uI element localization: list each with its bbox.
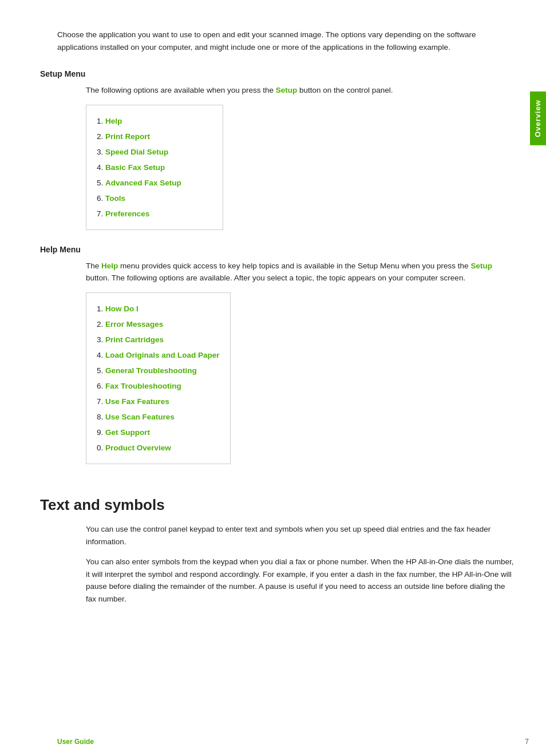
setup-menu-item-6: 6. Tools — [97, 191, 212, 206]
help-item-faxtrouble-link[interactable]: Fax Troubleshooting — [105, 382, 181, 390]
setup-menu-heading: Setup Menu — [40, 69, 517, 78]
help-menu-item-9: 9. Get Support — [97, 425, 220, 440]
help-menu-intro: The Help menu provides quick access to k… — [86, 260, 517, 284]
help-menu-box: 1. How Do I 2. Error Messages 3. Print C… — [86, 292, 231, 464]
help-menu-item-6: 6. Fax Troubleshooting — [97, 378, 220, 394]
help-menu-section: Help Menu The Help menu provides quick a… — [57, 245, 517, 479]
help-menu-heading: Help Menu — [40, 245, 517, 254]
help-desc-before: The — [86, 262, 101, 270]
intro-paragraph: Choose the application you want to use t… — [57, 29, 517, 53]
sidebar-tab-label: Overview — [533, 100, 542, 137]
help-item-overview-link[interactable]: Product Overview — [105, 444, 171, 452]
footer-user-guide: User Guide — [57, 738, 94, 746]
setup-menu-box: 1. Help 2. Print Report 3. Speed Dial Se… — [86, 105, 223, 230]
setup-menu-item-1: 1. Help — [97, 113, 212, 129]
main-content: Choose the application you want to use t… — [57, 0, 517, 636]
setup-menu-item-5: 5. Advanced Fax Setup — [97, 175, 212, 191]
help-menu-item-8: 8. Use Scan Features — [97, 409, 220, 425]
setup-item-basic-fax-link[interactable]: Basic Fax Setup — [105, 163, 165, 172]
setup-item-preferences-link[interactable]: Preferences — [105, 209, 149, 218]
setup-menu-item-4: 4. Basic Fax Setup — [97, 160, 212, 175]
setup-menu-intro: The following options are available when… — [86, 84, 517, 97]
setup-item-help-link[interactable]: Help — [105, 117, 122, 125]
help-menu-item-7: 7. Use Fax Features — [97, 394, 220, 409]
help-desc-middle: menu provides quick access to key help t… — [118, 262, 470, 270]
help-item-load-link[interactable]: Load Originals and Load Paper — [105, 351, 220, 359]
help-menu-item-2: 2. Error Messages — [97, 316, 220, 332]
help-desc-after: button. The following options are availa… — [86, 274, 465, 282]
setup-item-print-report-link[interactable]: Print Report — [105, 132, 150, 141]
text-symbols-para2: You can also enter symbols from the keyp… — [86, 556, 517, 605]
setup-link-2[interactable]: Setup — [470, 262, 492, 270]
help-link[interactable]: Help — [101, 262, 118, 270]
setup-menu-desc-before: The following options are available when… — [86, 86, 276, 94]
help-item-general-link[interactable]: General Troubleshooting — [105, 366, 197, 375]
setup-item-speed-dial-link[interactable]: Speed Dial Setup — [105, 148, 168, 156]
help-item-usefax-link[interactable]: Use Fax Features — [105, 397, 169, 406]
footer: User Guide 7 — [0, 738, 546, 746]
help-menu-item-0: 0. Product Overview — [97, 440, 220, 456]
text-symbols-para1: You can use the control panel keypad to … — [86, 523, 517, 548]
help-item-error-link[interactable]: Error Messages — [105, 320, 163, 328]
text-symbols-heading: Text and symbols — [40, 496, 517, 514]
help-menu-block: The Help menu provides quick access to k… — [86, 260, 517, 479]
help-menu-item-3: 3. Print Cartridges — [97, 332, 220, 347]
help-item-howdoi-link[interactable]: How Do I — [105, 304, 139, 313]
setup-menu-item-7: 7. Preferences — [97, 206, 212, 221]
setup-item-tools-link[interactable]: Tools — [105, 194, 125, 203]
setup-menu-item-2: 2. Print Report — [97, 129, 212, 144]
help-item-printcart-link[interactable]: Print Cartridges — [105, 335, 164, 344]
text-symbols-section: Text and symbols You can use the control… — [57, 496, 517, 605]
help-item-usescan-link[interactable]: Use Scan Features — [105, 413, 175, 421]
help-item-support-link[interactable]: Get Support — [105, 428, 150, 437]
setup-item-advanced-fax-link[interactable]: Advanced Fax Setup — [105, 179, 181, 187]
text-symbols-block: You can use the control panel keypad to … — [86, 523, 517, 605]
setup-menu-section: Setup Menu The following options are ava… — [57, 69, 517, 245]
help-menu-item-4: 4. Load Originals and Load Paper — [97, 347, 220, 363]
page-number: 7 — [525, 738, 529, 746]
help-menu-item-1: 1. How Do I — [97, 301, 220, 316]
setup-menu-desc-after: button on the control panel. — [297, 86, 393, 94]
setup-menu-item-3: 3. Speed Dial Setup — [97, 144, 212, 160]
sidebar-overview-tab: Overview — [530, 92, 546, 145]
setup-menu-block: The following options are available when… — [86, 84, 517, 245]
page-container: Overview Choose the application you want… — [0, 0, 546, 756]
setup-link-1[interactable]: Setup — [276, 86, 298, 94]
help-menu-item-5: 5. General Troubleshooting — [97, 363, 220, 378]
